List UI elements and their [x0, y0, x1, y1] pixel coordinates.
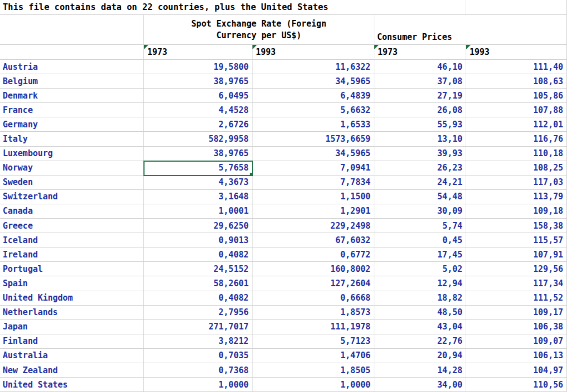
year-header-cell[interactable]: 1993	[466, 45, 567, 60]
value-cell[interactable]: 109,07	[466, 334, 567, 349]
value-cell[interactable]: 38,9765	[144, 147, 252, 161]
value-cell[interactable]: 160,8002	[252, 262, 374, 276]
consumer-prices-header-cell[interactable]: Consumer Prices	[374, 15, 567, 45]
country-cell[interactable]: Norway	[0, 161, 144, 176]
empty-cell[interactable]	[0, 15, 144, 45]
value-cell[interactable]: 111,40	[466, 60, 567, 74]
value-cell[interactable]: 0,7035	[144, 349, 252, 363]
value-cell[interactable]: 55,93	[374, 117, 466, 132]
value-cell[interactable]: 1,8505	[252, 363, 374, 378]
value-cell[interactable]: 5,6632	[252, 103, 374, 117]
value-cell[interactable]: 6,4839	[252, 89, 374, 103]
value-cell[interactable]: 5,7123	[252, 334, 374, 349]
country-cell[interactable]: Portugal	[0, 262, 144, 276]
country-cell[interactable]: Luxembourg	[0, 147, 144, 161]
exchange-rate-header-cell[interactable]: Spot Exchange Rate (Foreign Currency per…	[144, 15, 374, 45]
value-cell[interactable]: 110,56	[466, 378, 567, 392]
value-cell[interactable]: 11,6322	[252, 60, 374, 74]
country-cell[interactable]: Denmark	[0, 89, 144, 103]
value-cell[interactable]: 14,28	[374, 363, 466, 378]
value-cell[interactable]: 39,93	[374, 147, 466, 161]
value-cell[interactable]: 43,04	[374, 320, 466, 334]
selected-cell[interactable]: 5,7658	[144, 161, 252, 176]
value-cell[interactable]: 26,08	[374, 103, 466, 117]
value-cell[interactable]: 46,10	[374, 60, 466, 74]
value-cell[interactable]: 4,3673	[144, 176, 252, 190]
value-cell[interactable]: 24,21	[374, 176, 466, 190]
value-cell[interactable]: 117,03	[466, 176, 567, 190]
value-cell[interactable]: 115,57	[466, 233, 567, 247]
country-cell[interactable]: Spain	[0, 276, 144, 291]
value-cell[interactable]: 107,91	[466, 247, 567, 262]
country-cell[interactable]: Australia	[0, 349, 144, 363]
value-cell[interactable]: 1,2901	[252, 204, 374, 219]
value-cell[interactable]: 37,08	[374, 74, 466, 89]
value-cell[interactable]: 113,79	[466, 190, 567, 204]
value-cell[interactable]: 107,88	[466, 103, 567, 117]
value-cell[interactable]: 1,1500	[252, 190, 374, 204]
value-cell[interactable]: 30,09	[374, 204, 466, 219]
value-cell[interactable]: 5,74	[374, 219, 466, 233]
country-cell[interactable]: France	[0, 103, 144, 117]
value-cell[interactable]: 4,4528	[144, 103, 252, 117]
country-cell[interactable]: Japan	[0, 320, 144, 334]
value-cell[interactable]: 58,2601	[144, 276, 252, 291]
country-cell[interactable]: Ireland	[0, 247, 144, 262]
value-cell[interactable]: 111,52	[466, 291, 567, 306]
value-cell[interactable]: 6,0495	[144, 89, 252, 103]
sheet-title-cell[interactable]: This file contains data on 22 countries,…	[0, 0, 466, 15]
value-cell[interactable]: 22,76	[374, 334, 466, 349]
value-cell[interactable]: 19,5800	[144, 60, 252, 74]
value-cell[interactable]: 38,9765	[144, 74, 252, 89]
value-cell[interactable]: 106,38	[466, 320, 567, 334]
value-cell[interactable]: 129,56	[466, 262, 567, 276]
value-cell[interactable]: 229,2498	[252, 219, 374, 233]
value-cell[interactable]: 0,6668	[252, 291, 374, 306]
country-cell[interactable]: Iceland	[0, 233, 144, 247]
value-cell[interactable]: 34,5965	[252, 147, 374, 161]
value-cell[interactable]: 1573,6659	[252, 132, 374, 146]
value-cell[interactable]: 24,5152	[144, 262, 252, 276]
value-cell[interactable]: 108,25	[466, 161, 567, 176]
value-cell[interactable]: 29,6250	[144, 219, 252, 233]
value-cell[interactable]: 1,6533	[252, 117, 374, 132]
country-cell[interactable]: Canada	[0, 204, 144, 219]
value-cell[interactable]: 7,7834	[252, 176, 374, 190]
value-cell[interactable]: 0,4082	[144, 291, 252, 306]
value-cell[interactable]: 127,2604	[252, 276, 374, 291]
value-cell[interactable]: 108,63	[466, 74, 567, 89]
value-cell[interactable]: 48,50	[374, 306, 466, 320]
value-cell[interactable]: 158,38	[466, 219, 567, 233]
value-cell[interactable]: 1,8573	[252, 306, 374, 320]
value-cell[interactable]: 112,01	[466, 117, 567, 132]
value-cell[interactable]: 34,5965	[252, 74, 374, 89]
country-cell[interactable]: Belgium	[0, 74, 144, 89]
value-cell[interactable]: 7,0941	[252, 161, 374, 176]
value-cell[interactable]: 26,23	[374, 161, 466, 176]
value-cell[interactable]: 3,8212	[144, 334, 252, 349]
value-cell[interactable]: 27,19	[374, 89, 466, 103]
year-header-cell[interactable]: 1993	[252, 45, 374, 60]
country-cell[interactable]: United States	[0, 378, 144, 392]
value-cell[interactable]: 0,4082	[144, 247, 252, 262]
value-cell[interactable]: 0,7368	[144, 363, 252, 378]
value-cell[interactable]: 1,0000	[144, 378, 252, 392]
country-cell[interactable]: New Zealand	[0, 363, 144, 378]
value-cell[interactable]: 5,02	[374, 262, 466, 276]
value-cell[interactable]: 1,4706	[252, 349, 374, 363]
value-cell[interactable]: 17,45	[374, 247, 466, 262]
country-cell[interactable]: Greece	[0, 219, 144, 233]
country-cell[interactable]: Finland	[0, 334, 144, 349]
value-cell[interactable]: 2,6726	[144, 117, 252, 132]
value-cell[interactable]: 105,86	[466, 89, 567, 103]
value-cell[interactable]: 3,1648	[144, 190, 252, 204]
value-cell[interactable]: 2,7956	[144, 306, 252, 320]
country-cell[interactable]: Austria	[0, 60, 144, 74]
empty-cell[interactable]	[466, 0, 567, 15]
value-cell[interactable]: 1,0000	[252, 378, 374, 392]
country-cell[interactable]: United Kingdom	[0, 291, 144, 306]
country-cell[interactable]: Germany	[0, 117, 144, 132]
value-cell[interactable]: 0,9013	[144, 233, 252, 247]
value-cell[interactable]: 110,18	[466, 147, 567, 161]
value-cell[interactable]: 67,6032	[252, 233, 374, 247]
